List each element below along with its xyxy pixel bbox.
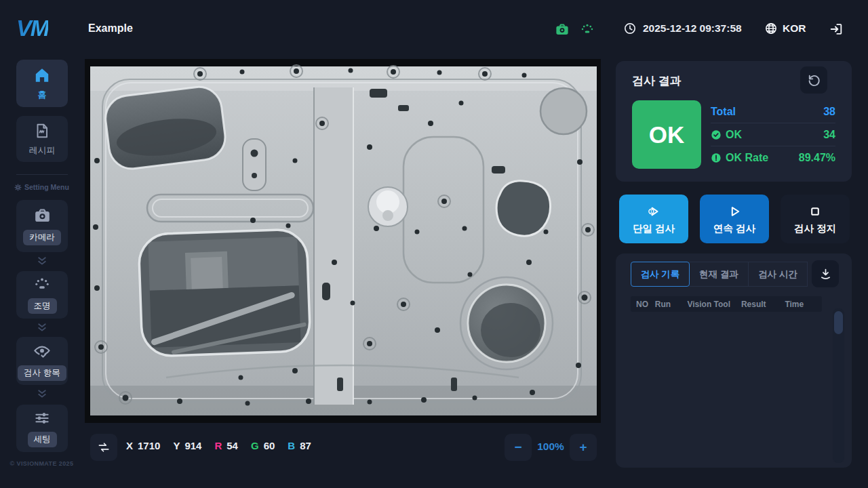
- continuous-inspection-button[interactable]: 연속 검사: [700, 195, 769, 243]
- copyright-text: © VISIONMATE 2025: [0, 460, 83, 467]
- clock-icon: [623, 22, 637, 35]
- download-history-button[interactable]: [812, 260, 839, 287]
- swap-arrows-icon: [97, 441, 111, 454]
- setting-menu-section-label: Setting Menu: [0, 183, 83, 191]
- history-table-header: NO Run Vision Tool Result Time: [631, 296, 822, 312]
- zoom-out-button[interactable]: −: [505, 434, 532, 461]
- sidebar-item-setting[interactable]: 세팅: [16, 405, 68, 452]
- continuous-inspection-label: 연속 검사: [713, 222, 755, 235]
- column-result: Result: [741, 300, 785, 309]
- sidebar-divider: [16, 174, 68, 175]
- tab-inspection-time[interactable]: 검사 시간: [749, 262, 808, 287]
- sidebar-label-recipe: 레시피: [29, 144, 56, 157]
- swap-view-button[interactable]: [90, 434, 117, 461]
- datetime-text: 2025-12-12 09:37:58: [643, 22, 742, 35]
- b-value: 87: [300, 440, 311, 451]
- ok-rate-row: OK Rate 89.47%: [711, 146, 835, 169]
- page-title: Example: [88, 22, 133, 35]
- total-row: Total 38: [711, 100, 835, 123]
- camera-image-canvas[interactable]: [85, 59, 601, 423]
- chevron-double-down-icon: [37, 257, 47, 266]
- sidebar-label-light: 조명: [28, 298, 57, 314]
- sidebar-label-setting: 세팅: [28, 432, 57, 447]
- column-time: Time: [785, 300, 822, 309]
- recipe-document-icon: [33, 122, 51, 140]
- play-one-icon: 1: [646, 203, 662, 220]
- play-icon: [726, 203, 743, 220]
- column-run: Run: [655, 300, 688, 309]
- camera-expand-chevron[interactable]: [0, 257, 83, 266]
- results-stats: Total 38 OK 34 OK Rate 89.4: [711, 100, 835, 169]
- light-expand-chevron[interactable]: [0, 323, 83, 332]
- home-icon: [33, 66, 51, 84]
- stop-inspection-button[interactable]: 검사 정지: [781, 195, 850, 243]
- light-status-icon[interactable]: [580, 22, 595, 37]
- datetime-display: 2025-12-12 09:37:58: [623, 22, 742, 35]
- reset-results-button[interactable]: [800, 66, 827, 94]
- scrollbar-thumb[interactable]: [834, 311, 843, 334]
- sidebar-item-inspection[interactable]: 검사 항목: [16, 337, 68, 385]
- y-value: 914: [184, 440, 201, 451]
- door-panel-image: [85, 59, 601, 423]
- sidebar-label-home: 홈: [38, 89, 47, 101]
- zoom-in-button[interactable]: +: [570, 434, 597, 461]
- sidebar-item-light[interactable]: 조명: [16, 271, 68, 319]
- inspection-expand-chevron[interactable]: [0, 390, 83, 399]
- result-status-badge: OK: [632, 100, 701, 169]
- ok-value: 34: [823, 129, 835, 141]
- refresh-icon: [807, 73, 821, 87]
- total-value: 38: [823, 106, 835, 118]
- tab-current-result[interactable]: 현재 결과: [690, 262, 749, 287]
- logout-button[interactable]: [829, 22, 844, 37]
- chevron-double-down-icon: [37, 390, 47, 399]
- tab-inspection-record[interactable]: 검사 기록: [631, 262, 690, 287]
- single-inspection-label: 단일 검사: [633, 222, 675, 235]
- ok-rate-value: 89.47%: [799, 152, 835, 164]
- chevron-double-down-icon: [37, 323, 47, 332]
- ok-label: OK: [726, 129, 742, 141]
- pixel-info-readout: X1710 Y914 R54 G60 B87: [126, 440, 311, 451]
- stop-inspection-label: 검사 정지: [794, 222, 836, 235]
- svg-text:1: 1: [650, 209, 652, 214]
- single-inspection-button[interactable]: 1 단일 검사: [619, 195, 688, 243]
- language-switcher[interactable]: KOR: [764, 22, 806, 35]
- app-root: VM Example 2025-12-12 09:37:58 KOR: [0, 0, 868, 488]
- stop-icon: [807, 203, 823, 220]
- download-icon: [818, 267, 833, 281]
- total-label: Total: [711, 106, 736, 118]
- sidebar-item-home[interactable]: 홈: [16, 60, 68, 107]
- ok-rate-label: OK Rate: [726, 152, 768, 164]
- g-value: 60: [264, 440, 275, 451]
- history-tabs: 검사 기록 현재 결과 검사 시간: [631, 262, 808, 287]
- gear-icon: [14, 184, 22, 191]
- ok-row: OK 34: [711, 123, 835, 146]
- logout-icon: [829, 22, 844, 37]
- results-title: 검사 결과: [632, 73, 682, 89]
- globe-icon: [764, 22, 778, 35]
- info-circle-icon: [711, 152, 722, 163]
- r-label: R: [214, 440, 222, 451]
- g-label: G: [251, 440, 259, 451]
- x-value: 1710: [138, 440, 160, 451]
- column-vision-tool: Vision Tool: [687, 300, 741, 309]
- check-circle-icon: [711, 129, 722, 140]
- camera-status-icon[interactable]: [555, 22, 570, 37]
- x-label: X: [126, 440, 133, 451]
- r-value: 54: [226, 440, 238, 451]
- column-no: NO: [636, 300, 655, 309]
- app-logo[interactable]: VM: [16, 15, 48, 41]
- y-label: Y: [173, 440, 180, 451]
- camera-icon: [33, 207, 52, 225]
- sidebar-label-inspection: 검사 항목: [18, 365, 66, 381]
- language-label: KOR: [783, 22, 806, 35]
- sidebar-item-camera[interactable]: 카메라: [16, 200, 68, 252]
- light-icon: [33, 276, 51, 293]
- history-scrollbar[interactable]: [833, 308, 844, 463]
- zoom-level-value: 100%: [533, 441, 568, 453]
- b-label: B: [288, 440, 295, 451]
- eye-check-icon: [33, 342, 52, 361]
- setting-menu-text: Setting Menu: [24, 183, 69, 191]
- sidebar-item-recipe[interactable]: 레시피: [16, 116, 68, 162]
- sliders-icon: [33, 409, 51, 427]
- sidebar-label-camera: 카메라: [23, 230, 61, 245]
